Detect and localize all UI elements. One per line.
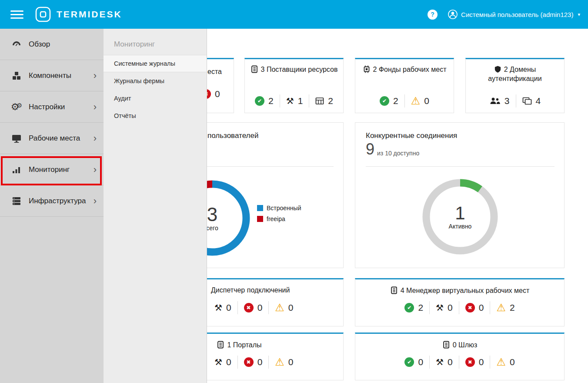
donut-value: 3	[207, 205, 217, 225]
screens-icon	[522, 97, 532, 105]
status-warning: ⚠ 0	[404, 94, 435, 108]
sidebar-item-label: Рабочие места	[29, 134, 80, 143]
error-circle-icon: ✖	[244, 357, 254, 367]
sidebar-item-label: Мониторинг	[29, 165, 70, 174]
submenu-item-reports[interactable]: Отчёты	[104, 107, 207, 124]
journal-icon	[251, 65, 258, 73]
status-count: 3	[504, 96, 510, 106]
submenu-item-audit[interactable]: Аудит	[104, 90, 207, 107]
stat-users: 3	[483, 94, 516, 108]
status-warning: ⚠ 2	[490, 301, 521, 314]
card-title: 2 Фонды рабочих мест	[361, 65, 448, 74]
connections-gauge-center: 1 Активно	[419, 175, 501, 258]
status-ok: ✔ 2	[374, 94, 404, 108]
logo: TERMIDESK	[35, 6, 122, 23]
menu-icon[interactable]	[10, 8, 23, 21]
users-icon	[489, 97, 501, 105]
chevron-right-icon: ›	[94, 71, 97, 81]
status-error: ✖ 0	[459, 356, 490, 369]
status-maintenance: ⚒ 0	[429, 301, 459, 314]
bar-chart-icon	[10, 165, 23, 175]
card-title: 3 Поставщики ресурсов	[250, 65, 338, 74]
error-circle-icon: ✖	[465, 303, 475, 312]
status-ok: ✔ 2	[249, 94, 280, 108]
sidebar-item-workplaces[interactable]: Рабочие места ›	[0, 123, 104, 154]
status-error: ✖ 0	[237, 301, 269, 314]
status-count: 0	[226, 357, 231, 367]
tools-icon: ⚒	[214, 358, 222, 366]
chart-title: Конкурентные соединения	[366, 131, 457, 140]
dashboard-icon	[10, 39, 23, 50]
status-maintenance: ⚒ 0	[429, 356, 459, 369]
tools-icon: ⚒	[436, 358, 444, 366]
check-circle-icon: ✔	[404, 303, 414, 312]
status-count: 2	[268, 96, 274, 106]
user-menu[interactable]: Системный пользователь (admin123) ▾	[448, 10, 580, 19]
journal-icon	[390, 286, 398, 294]
chart-legend: Встроенный freeipa	[257, 205, 301, 226]
sidebar-item-overview[interactable]: Обзор	[0, 29, 104, 60]
error-circle-icon: ✖	[244, 303, 254, 312]
status-count: 0	[510, 357, 515, 367]
card-workplace-pools: 2 Фонды рабочих мест ✔ 2 ⚠ 0	[355, 58, 454, 113]
monitor-icon	[10, 133, 23, 144]
status-count: 0	[448, 357, 453, 367]
check-circle-icon: ✔	[380, 96, 389, 106]
status-count: 4	[536, 96, 541, 106]
legend-label: Встроенный	[267, 205, 301, 212]
sidebar-item-components[interactable]: Компоненты ›	[0, 60, 104, 91]
status-count: 2	[393, 96, 398, 106]
top-bar: TERMIDESK ? Системный пользователь (admi…	[0, 0, 588, 29]
gear-icon: ⚙⚙	[10, 102, 23, 112]
check-circle-icon: ✔	[404, 357, 414, 367]
warning-triangle-icon: ⚠	[411, 96, 421, 106]
divider	[366, 166, 555, 167]
card-gateway: 0 Шлюз ✔ 0 ⚒ 0 ✖ 0 ⚠ 0	[355, 333, 565, 380]
server-icon	[10, 196, 23, 206]
chevron-right-icon: ›	[94, 102, 97, 112]
sidebar-item-label: Обзор	[29, 40, 50, 49]
legend-swatch-blue	[257, 205, 263, 211]
sidebar-item-label: Инфраструктура	[29, 197, 86, 205]
shield-icon	[494, 65, 501, 73]
sidebar-item-settings[interactable]: ⚙⚙ Настройки ›	[0, 91, 104, 123]
legend-item: freeipa	[257, 215, 301, 222]
chevron-right-icon: ›	[94, 196, 97, 206]
status-maintenance: ⚒ 0	[208, 301, 237, 314]
status-count: 0	[257, 302, 263, 313]
status-count: 1	[298, 96, 303, 106]
sidebar-item-label: Настройки	[29, 103, 65, 111]
submenu-item-system-logs[interactable]: Системные журналы	[104, 55, 207, 72]
termidesk-logo-icon	[35, 6, 51, 23]
chart-title-fragment: пользователей	[207, 131, 258, 140]
card-title: 4 Менеджер виртуальных рабочих мест	[355, 286, 564, 295]
status-maintenance: ⚒ 0	[208, 356, 237, 369]
sidebar-item-monitoring[interactable]: Мониторинг ›	[0, 154, 104, 185]
sidebar: Обзор Компоненты › ⚙⚙ Настройки › Рабочи…	[0, 29, 104, 383]
status-warning: ⚠ 0	[490, 356, 521, 369]
submenu-item-farm-logs[interactable]: Журналы фермы	[104, 72, 207, 90]
error-circle-icon: ✖	[465, 357, 475, 367]
status-error: ✖ 0	[459, 301, 490, 314]
monitoring-submenu: Мониторинг Системные журналы Журналы фер…	[104, 29, 207, 383]
warning-triangle-icon: ⚠	[496, 357, 506, 367]
sidebar-item-infrastructure[interactable]: Инфраструктура ›	[0, 185, 104, 217]
legend-label: freeipa	[267, 215, 285, 222]
status-count: 0	[226, 302, 231, 313]
donut-label-fragment: сего	[206, 225, 218, 232]
warning-triangle-icon: ⚠	[275, 302, 284, 313]
submenu-title: Мониторинг	[104, 29, 207, 55]
status-count: 0	[418, 357, 423, 367]
status-warning: ⚠ 0	[268, 356, 299, 369]
status-sessions: 2	[309, 94, 339, 108]
user-icon	[448, 10, 458, 19]
journal-icon	[442, 341, 450, 349]
status-count: 0	[479, 357, 484, 367]
status-count: 0	[448, 302, 453, 313]
help-icon[interactable]: ?	[428, 10, 438, 20]
card-concurrent-connections: Конкурентные соединения 9 из 10 доступно…	[355, 122, 565, 268]
journal-icon	[217, 341, 224, 349]
card-resource-providers: 3 Поставщики ресурсов ✔ 2 ⚒ 1 2	[244, 58, 344, 113]
status-count: 2	[418, 302, 423, 313]
user-label: Системный пользователь (admin123)	[461, 11, 573, 18]
